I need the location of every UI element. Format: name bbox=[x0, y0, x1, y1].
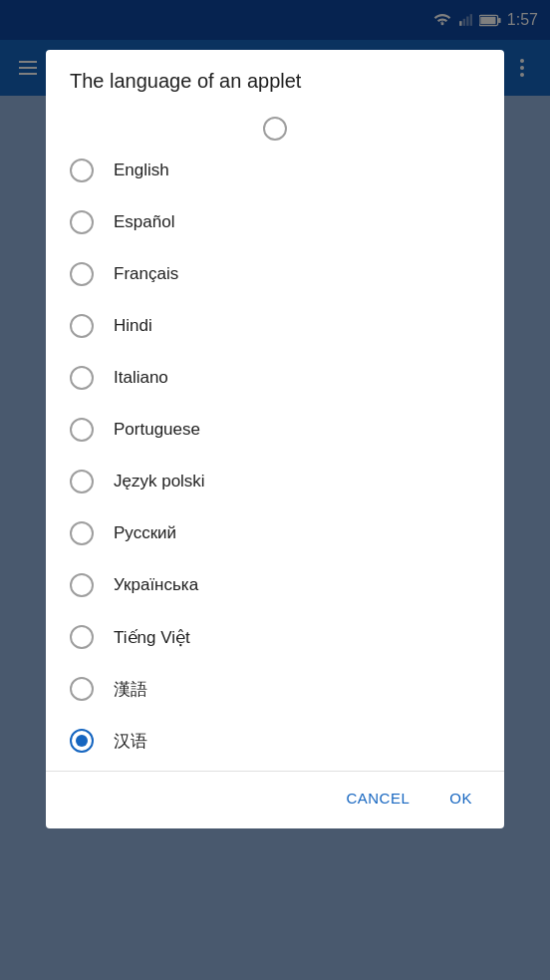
cancel-button[interactable]: CANCEL bbox=[330, 780, 425, 817]
language-label-espanol: Español bbox=[114, 212, 174, 232]
radio-polish[interactable] bbox=[70, 470, 94, 493]
radio-hindi[interactable] bbox=[70, 314, 94, 338]
language-option-espanol[interactable]: Español bbox=[46, 196, 504, 248]
language-label-polish: Język polski bbox=[114, 472, 205, 491]
scroll-indicator-circle bbox=[263, 117, 287, 141]
language-label-francais: Français bbox=[114, 264, 178, 284]
radio-italiano[interactable] bbox=[70, 366, 94, 390]
radio-portuguese[interactable] bbox=[70, 418, 94, 442]
language-option-hindi[interactable]: Hindi bbox=[46, 300, 504, 352]
language-label-russian: Русский bbox=[114, 523, 176, 543]
language-option-vietnamese[interactable]: Tiếng Việt bbox=[46, 611, 504, 663]
language-dialog: The language of an applet English Españo… bbox=[46, 50, 504, 828]
dialog-actions: CANCEL OK bbox=[46, 771, 504, 828]
language-option-english[interactable]: English bbox=[46, 145, 504, 196]
language-label-italiano: Italiano bbox=[114, 368, 168, 388]
language-option-chinese-simp[interactable]: 汉语 bbox=[46, 715, 504, 767]
language-label-portuguese: Portuguese bbox=[114, 420, 200, 440]
radio-vietnamese[interactable] bbox=[70, 625, 94, 649]
scroll-top-indicator bbox=[46, 109, 504, 145]
dialog-title: The language of an applet bbox=[46, 50, 504, 105]
language-option-portuguese[interactable]: Portuguese bbox=[46, 404, 504, 456]
ok-button[interactable]: OK bbox=[433, 780, 488, 817]
language-option-chinese-trad[interactable]: 漢語 bbox=[46, 663, 504, 715]
radio-chinese-simp[interactable] bbox=[70, 729, 94, 753]
radio-english[interactable] bbox=[70, 159, 94, 182]
radio-chinese-trad[interactable] bbox=[70, 677, 94, 701]
language-label-ukrainian: Українська bbox=[114, 575, 198, 595]
language-label-chinese-trad: 漢語 bbox=[114, 678, 147, 701]
language-option-italiano[interactable]: Italiano bbox=[46, 352, 504, 404]
language-label-english: English bbox=[114, 161, 169, 180]
language-option-francais[interactable]: Français bbox=[46, 248, 504, 300]
language-label-chinese-simp: 汉语 bbox=[114, 730, 147, 753]
language-option-polish[interactable]: Język polski bbox=[46, 456, 504, 507]
language-option-ukrainian[interactable]: Українська bbox=[46, 559, 504, 611]
language-list-scroll[interactable]: English Español Français Hindi Italiano … bbox=[46, 105, 504, 771]
radio-ukrainian[interactable] bbox=[70, 573, 94, 597]
language-label-vietnamese: Tiếng Việt bbox=[114, 627, 190, 648]
language-option-russian[interactable]: Русский bbox=[46, 507, 504, 559]
radio-espanol[interactable] bbox=[70, 210, 94, 234]
language-label-hindi: Hindi bbox=[114, 316, 152, 336]
radio-francais[interactable] bbox=[70, 262, 94, 286]
radio-russian[interactable] bbox=[70, 521, 94, 545]
